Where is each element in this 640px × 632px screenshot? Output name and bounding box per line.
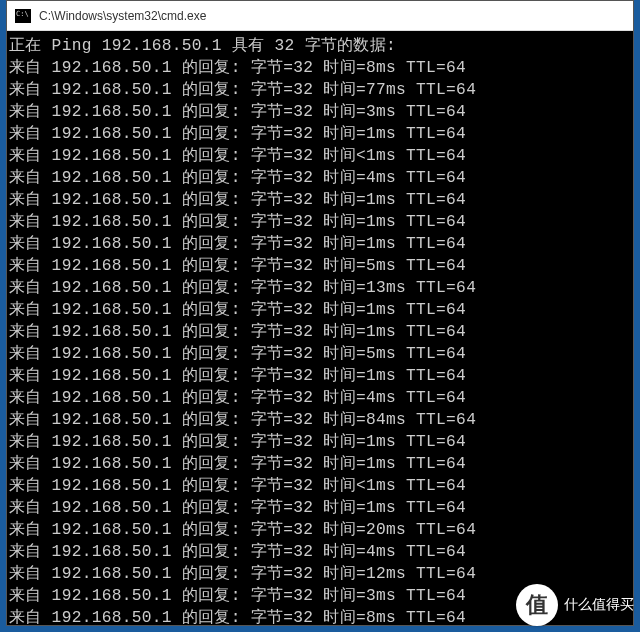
ping-reply-line: 来自 192.168.50.1 的回复: 字节=32 时间=1ms TTL=64	[9, 497, 631, 519]
ping-reply-line: 来自 192.168.50.1 的回复: 字节=32 时间<1ms TTL=64	[9, 145, 631, 167]
ping-reply-line: 来自 192.168.50.1 的回复: 字节=32 时间=3ms TTL=64	[9, 101, 631, 123]
ping-reply-line: 来自 192.168.50.1 的回复: 字节=32 时间=13ms TTL=6…	[9, 277, 631, 299]
window-title: C:\Windows\system32\cmd.exe	[39, 9, 206, 23]
watermark-text: 什么值得买	[564, 596, 634, 614]
ping-reply-line: 来自 192.168.50.1 的回复: 字节=32 时间=1ms TTL=64	[9, 365, 631, 387]
ping-reply-line: 来自 192.168.50.1 的回复: 字节=32 时间=84ms TTL=6…	[9, 409, 631, 431]
ping-reply-line: 来自 192.168.50.1 的回复: 字节=32 时间=5ms TTL=64	[9, 255, 631, 277]
cmd-window: C:\Windows\system32\cmd.exe 正在 Ping 192.…	[6, 0, 634, 626]
ping-header: 正在 Ping 192.168.50.1 具有 32 字节的数据:	[9, 35, 631, 57]
cmd-icon	[15, 9, 31, 23]
ping-reply-line: 来自 192.168.50.1 的回复: 字节=32 时间=1ms TTL=64	[9, 431, 631, 453]
watermark: 值 什么值得买	[516, 584, 634, 626]
ping-reply-line: 来自 192.168.50.1 的回复: 字节=32 时间=1ms TTL=64	[9, 123, 631, 145]
ping-reply-line: 来自 192.168.50.1 的回复: 字节=32 时间=8ms TTL=64	[9, 57, 631, 79]
ping-reply-line: 来自 192.168.50.1 的回复: 字节=32 时间=4ms TTL=64	[9, 541, 631, 563]
ping-reply-line: 来自 192.168.50.1 的回复: 字节=32 时间=1ms TTL=64	[9, 321, 631, 343]
ping-reply-line: 来自 192.168.50.1 的回复: 字节=32 时间=1ms TTL=64	[9, 211, 631, 233]
terminal-output[interactable]: 正在 Ping 192.168.50.1 具有 32 字节的数据:来自 192.…	[7, 31, 633, 625]
ping-reply-line: 来自 192.168.50.1 的回复: 字节=32 时间=1ms TTL=64	[9, 233, 631, 255]
watermark-badge: 值	[516, 584, 558, 626]
ping-reply-line: 来自 192.168.50.1 的回复: 字节=32 时间=1ms TTL=64	[9, 453, 631, 475]
ping-reply-line: 来自 192.168.50.1 的回复: 字节=32 时间=20ms TTL=6…	[9, 519, 631, 541]
ping-reply-line: 来自 192.168.50.1 的回复: 字节=32 时间=1ms TTL=64	[9, 189, 631, 211]
ping-reply-line: 来自 192.168.50.1 的回复: 字节=32 时间=4ms TTL=64	[9, 167, 631, 189]
ping-reply-line: 来自 192.168.50.1 的回复: 字节=32 时间<1ms TTL=64	[9, 475, 631, 497]
ping-reply-line: 来自 192.168.50.1 的回复: 字节=32 时间=1ms TTL=64	[9, 299, 631, 321]
ping-reply-line: 来自 192.168.50.1 的回复: 字节=32 时间=4ms TTL=64	[9, 387, 631, 409]
ping-reply-line: 来自 192.168.50.1 的回复: 字节=32 时间=5ms TTL=64	[9, 343, 631, 365]
ping-reply-line: 来自 192.168.50.1 的回复: 字节=32 时间=12ms TTL=6…	[9, 563, 631, 585]
ping-reply-line: 来自 192.168.50.1 的回复: 字节=32 时间=77ms TTL=6…	[9, 79, 631, 101]
titlebar[interactable]: C:\Windows\system32\cmd.exe	[7, 1, 633, 31]
